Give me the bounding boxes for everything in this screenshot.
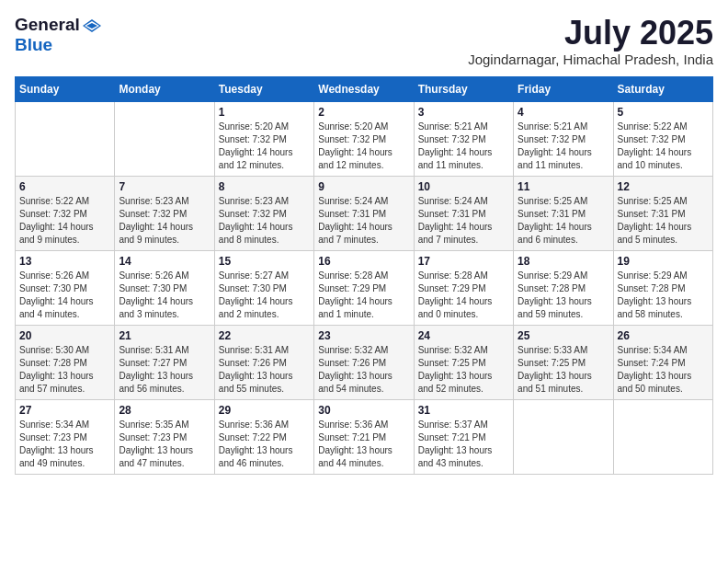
day-number: 2: [318, 106, 409, 119]
day-cell: 21Sunrise: 5:31 AM Sunset: 7:27 PM Dayli…: [115, 325, 214, 399]
day-number: 23: [318, 329, 409, 342]
day-number: 29: [219, 404, 310, 417]
day-number: 14: [119, 255, 210, 268]
day-cell: 3Sunrise: 5:21 AM Sunset: 7:32 PM Daylig…: [414, 101, 513, 176]
day-detail: Sunrise: 5:27 AM Sunset: 7:30 PM Dayligh…: [219, 270, 310, 321]
day-detail: Sunrise: 5:33 AM Sunset: 7:25 PM Dayligh…: [518, 344, 609, 396]
day-detail: Sunrise: 5:35 AM Sunset: 7:23 PM Dayligh…: [119, 419, 210, 470]
day-number: 12: [618, 180, 709, 193]
day-cell: [613, 399, 712, 474]
day-cell: 24Sunrise: 5:32 AM Sunset: 7:25 PM Dayli…: [414, 325, 513, 399]
weekday-header-saturday: Saturday: [613, 76, 712, 101]
day-detail: Sunrise: 5:24 AM Sunset: 7:31 PM Dayligh…: [418, 195, 509, 247]
month-year: July 2025: [468, 15, 713, 52]
day-detail: Sunrise: 5:37 AM Sunset: 7:21 PM Dayligh…: [418, 419, 509, 470]
day-detail: Sunrise: 5:25 AM Sunset: 7:31 PM Dayligh…: [518, 195, 609, 247]
day-number: 16: [318, 255, 409, 268]
day-cell: 13Sunrise: 5:26 AM Sunset: 7:30 PM Dayli…: [16, 250, 115, 325]
day-number: 19: [618, 255, 709, 268]
weekday-header-wednesday: Wednesday: [314, 76, 414, 101]
day-number: 8: [219, 180, 310, 193]
day-detail: Sunrise: 5:26 AM Sunset: 7:30 PM Dayligh…: [119, 270, 210, 321]
day-cell: [115, 101, 214, 176]
day-cell: 4Sunrise: 5:21 AM Sunset: 7:32 PM Daylig…: [514, 101, 613, 176]
day-cell: [514, 399, 613, 474]
day-detail: Sunrise: 5:25 AM Sunset: 7:31 PM Dayligh…: [618, 195, 709, 247]
day-number: 24: [418, 329, 509, 342]
day-cell: 7Sunrise: 5:23 AM Sunset: 7:32 PM Daylig…: [115, 176, 214, 250]
day-cell: 19Sunrise: 5:29 AM Sunset: 7:28 PM Dayli…: [613, 250, 712, 325]
day-number: 5: [618, 106, 709, 119]
day-cell: 15Sunrise: 5:27 AM Sunset: 7:30 PM Dayli…: [214, 250, 313, 325]
day-cell: 29Sunrise: 5:36 AM Sunset: 7:22 PM Dayli…: [214, 399, 313, 474]
day-cell: 12Sunrise: 5:25 AM Sunset: 7:31 PM Dayli…: [613, 176, 712, 250]
header: General Blue July 2025 Jogindarnagar, Hi…: [15, 15, 713, 67]
day-detail: Sunrise: 5:34 AM Sunset: 7:23 PM Dayligh…: [19, 419, 110, 470]
day-cell: 8Sunrise: 5:23 AM Sunset: 7:32 PM Daylig…: [214, 176, 313, 250]
day-detail: Sunrise: 5:23 AM Sunset: 7:32 PM Dayligh…: [119, 195, 210, 247]
weekday-header-monday: Monday: [115, 76, 214, 101]
weekday-header-row: SundayMondayTuesdayWednesdayThursdayFrid…: [16, 76, 713, 101]
day-cell: 31Sunrise: 5:37 AM Sunset: 7:21 PM Dayli…: [414, 399, 513, 474]
day-cell: 23Sunrise: 5:32 AM Sunset: 7:26 PM Dayli…: [314, 325, 414, 399]
day-detail: Sunrise: 5:31 AM Sunset: 7:27 PM Dayligh…: [119, 344, 210, 396]
day-cell: [16, 101, 115, 176]
logo-blue: Blue: [15, 35, 52, 54]
day-cell: 26Sunrise: 5:34 AM Sunset: 7:24 PM Dayli…: [613, 325, 712, 399]
day-number: 30: [318, 404, 409, 417]
day-detail: Sunrise: 5:29 AM Sunset: 7:28 PM Dayligh…: [618, 270, 709, 321]
day-detail: Sunrise: 5:23 AM Sunset: 7:32 PM Dayligh…: [219, 195, 310, 247]
day-number: 22: [219, 329, 310, 342]
day-detail: Sunrise: 5:28 AM Sunset: 7:29 PM Dayligh…: [418, 270, 509, 321]
day-cell: 5Sunrise: 5:22 AM Sunset: 7:32 PM Daylig…: [613, 101, 712, 176]
day-cell: 10Sunrise: 5:24 AM Sunset: 7:31 PM Dayli…: [414, 176, 513, 250]
logo-flag-icon: [82, 17, 102, 33]
day-detail: Sunrise: 5:29 AM Sunset: 7:28 PM Dayligh…: [518, 270, 609, 321]
day-cell: 27Sunrise: 5:34 AM Sunset: 7:23 PM Dayli…: [16, 399, 115, 474]
location: Jogindarnagar, Himachal Pradesh, India: [468, 52, 713, 67]
day-detail: Sunrise: 5:26 AM Sunset: 7:30 PM Dayligh…: [19, 270, 110, 321]
day-number: 18: [518, 255, 609, 268]
day-number: 6: [19, 180, 110, 193]
day-number: 15: [219, 255, 310, 268]
day-cell: 20Sunrise: 5:30 AM Sunset: 7:28 PM Dayli…: [16, 325, 115, 399]
day-cell: 22Sunrise: 5:31 AM Sunset: 7:26 PM Dayli…: [214, 325, 313, 399]
week-row-5: 27Sunrise: 5:34 AM Sunset: 7:23 PM Dayli…: [16, 399, 713, 474]
day-number: 20: [19, 329, 110, 342]
day-detail: Sunrise: 5:31 AM Sunset: 7:26 PM Dayligh…: [219, 344, 310, 396]
day-cell: 30Sunrise: 5:36 AM Sunset: 7:21 PM Dayli…: [314, 399, 414, 474]
day-cell: 6Sunrise: 5:22 AM Sunset: 7:32 PM Daylig…: [16, 176, 115, 250]
weekday-header-thursday: Thursday: [414, 76, 513, 101]
day-cell: 9Sunrise: 5:24 AM Sunset: 7:31 PM Daylig…: [314, 176, 414, 250]
day-detail: Sunrise: 5:28 AM Sunset: 7:29 PM Dayligh…: [318, 270, 409, 321]
day-number: 10: [418, 180, 509, 193]
day-cell: 17Sunrise: 5:28 AM Sunset: 7:29 PM Dayli…: [414, 250, 513, 325]
day-detail: Sunrise: 5:20 AM Sunset: 7:32 PM Dayligh…: [219, 121, 310, 172]
day-cell: 25Sunrise: 5:33 AM Sunset: 7:25 PM Dayli…: [514, 325, 613, 399]
week-row-2: 6Sunrise: 5:22 AM Sunset: 7:32 PM Daylig…: [16, 176, 713, 250]
day-number: 25: [518, 329, 609, 342]
day-cell: 18Sunrise: 5:29 AM Sunset: 7:28 PM Dayli…: [514, 250, 613, 325]
day-detail: Sunrise: 5:21 AM Sunset: 7:32 PM Dayligh…: [418, 121, 509, 172]
week-row-4: 20Sunrise: 5:30 AM Sunset: 7:28 PM Dayli…: [16, 325, 713, 399]
weekday-header-sunday: Sunday: [16, 76, 115, 101]
day-cell: 11Sunrise: 5:25 AM Sunset: 7:31 PM Dayli…: [514, 176, 613, 250]
day-detail: Sunrise: 5:36 AM Sunset: 7:21 PM Dayligh…: [318, 419, 409, 470]
day-detail: Sunrise: 5:24 AM Sunset: 7:31 PM Dayligh…: [318, 195, 409, 247]
weekday-header-friday: Friday: [514, 76, 613, 101]
day-number: 17: [418, 255, 509, 268]
day-detail: Sunrise: 5:22 AM Sunset: 7:32 PM Dayligh…: [19, 195, 110, 247]
day-number: 7: [119, 180, 210, 193]
day-detail: Sunrise: 5:34 AM Sunset: 7:24 PM Dayligh…: [618, 344, 709, 396]
week-row-1: 1Sunrise: 5:20 AM Sunset: 7:32 PM Daylig…: [16, 101, 713, 176]
day-detail: Sunrise: 5:20 AM Sunset: 7:32 PM Dayligh…: [318, 121, 409, 172]
day-cell: 1Sunrise: 5:20 AM Sunset: 7:32 PM Daylig…: [214, 101, 313, 176]
day-number: 11: [518, 180, 609, 193]
day-number: 4: [518, 106, 609, 119]
logo-general: General: [15, 15, 80, 35]
day-detail: Sunrise: 5:36 AM Sunset: 7:22 PM Dayligh…: [219, 419, 310, 470]
title-area: July 2025 Jogindarnagar, Himachal Prades…: [468, 15, 713, 67]
week-row-3: 13Sunrise: 5:26 AM Sunset: 7:30 PM Dayli…: [16, 250, 713, 325]
day-detail: Sunrise: 5:32 AM Sunset: 7:25 PM Dayligh…: [418, 344, 509, 396]
day-number: 13: [19, 255, 110, 268]
